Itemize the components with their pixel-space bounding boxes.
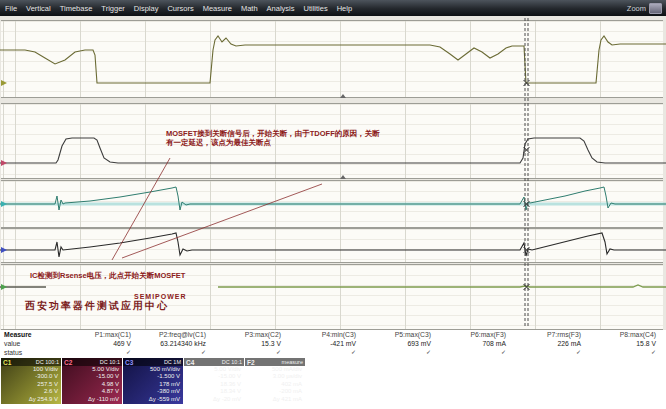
measure-label: Measure — [4, 330, 66, 339]
param-value: 469 V — [66, 339, 131, 348]
param-status-check: ✓ — [591, 348, 656, 357]
measure-param-7[interactable]: P7:rms(F3)226 mA✓ — [516, 330, 591, 358]
channel-descriptor-panels: C1DC 100:1100 V/div-300.0 V257.5 V2.6 VΔ… — [1, 358, 305, 404]
channel-readout: 402 mA — [245, 381, 305, 388]
param-status-check: ✓ — [216, 348, 281, 357]
menu-item-timebase[interactable]: Timebase — [60, 4, 93, 13]
grid-section-f2 — [1, 228, 663, 263]
panel-header: C4DC 10:1 — [184, 358, 244, 366]
param-value: -421 mV — [291, 339, 356, 348]
measure-param-8[interactable]: P8:max(C4)15.8 V✓ — [591, 330, 666, 358]
channel-coupling: measure — [282, 359, 303, 365]
channel-id: C1 — [3, 359, 11, 366]
channel-coupling: DC 1M — [164, 359, 181, 365]
channel-id: C4 — [186, 359, 194, 366]
waveform-plot-area[interactable] — [0, 16, 666, 330]
measure-param-6[interactable]: P6:max(F3)708 mA✓ — [441, 330, 516, 358]
menu-item-trigger[interactable]: Trigger — [101, 4, 124, 13]
menu-item-file[interactable]: File — [5, 4, 17, 13]
oscilloscope-screen: FileVerticalTimebaseTriggerDisplayCursor… — [0, 0, 666, 409]
param-status-check: ✓ — [141, 348, 206, 357]
channel-readout: -200 mA — [245, 388, 305, 395]
measure-row-labels: Measure value status — [0, 330, 66, 358]
menu-item-help[interactable]: Help — [337, 4, 352, 13]
menu-items: FileVerticalTimebaseTriggerDisplayCursor… — [0, 4, 627, 13]
param-label: P1:max(C1) — [66, 330, 131, 339]
measure-strip: Measure value status P1:max(C1)469 V✓P2:… — [0, 330, 666, 358]
channel-readout: 2.6 V — [1, 388, 61, 395]
channel-readout: 178 mV — [123, 381, 183, 388]
menu-item-cursors[interactable]: Cursors — [167, 4, 193, 13]
menu-item-analysis[interactable]: Analysis — [267, 4, 295, 13]
channel-readout: 18.36 V — [184, 381, 244, 388]
measure-param-3[interactable]: P3:max(C2)15.3 V✓ — [216, 330, 291, 358]
measure-columns: P1:max(C1)469 V✓P2:freq@lv(C1)63.214340 … — [66, 330, 666, 358]
panel-header: F2measure — [245, 358, 305, 366]
menu-item-display[interactable]: Display — [134, 4, 159, 13]
param-status-check: ✓ — [441, 348, 506, 357]
channel-readout: 5.00 V/div — [62, 366, 122, 373]
channel-readout: Δy -110 mV — [62, 396, 122, 403]
param-label: P2:freq@lv(C1) — [141, 330, 206, 339]
menu-item-vertical[interactable]: Vertical — [26, 4, 51, 13]
status-label: status — [4, 348, 66, 357]
measure-param-1[interactable]: P1:max(C1)469 V✓ — [66, 330, 141, 358]
param-status-check: ✓ — [366, 348, 431, 357]
channel-readout: -15.00 V — [184, 373, 244, 380]
channel-panel-c1[interactable]: C1DC 100:1100 V/div-300.0 V257.5 V2.6 VΔ… — [1, 358, 61, 404]
menu-item-measure[interactable]: Measure — [203, 4, 232, 13]
channel-readout: Δy -559 mV — [123, 396, 183, 403]
channel-readout: -300.0 V — [1, 373, 61, 380]
channel-id: F2 — [247, 359, 255, 366]
channel-readout: 4.98 V — [62, 381, 122, 388]
channel-readout: 500 mV/div — [123, 366, 183, 373]
param-value: 15.3 V — [216, 339, 281, 348]
channel-coupling: DC 100:1 — [36, 359, 59, 365]
channel-id: C2 — [64, 359, 72, 366]
channel-readout: 5.00 V/div — [184, 366, 244, 373]
channel-readout: -380 mV — [123, 388, 183, 395]
param-label: P4:min(C3) — [291, 330, 356, 339]
param-label: P6:max(F3) — [441, 330, 506, 339]
channel-panel-f2[interactable]: F2measure500 mA/div3.00 µs/div402 mA-200… — [245, 358, 305, 404]
channel-panel-c3[interactable]: C3DC 1M500 mV/div-1.500 V178 mV-380 mVΔy… — [123, 358, 183, 404]
annotation-turnoff-delay: MOSFET接到关断信号后，开始关断，由于TDOFF的原因，关断 有一定延迟，该… — [166, 129, 436, 147]
measure-param-5[interactable]: P5:max(C3)693 mV✓ — [366, 330, 441, 358]
param-value: 15.8 V — [591, 339, 656, 348]
menu-item-math[interactable]: Math — [241, 4, 258, 13]
param-value: 708 mA — [441, 339, 506, 348]
zoom-label: Zoom — [627, 4, 646, 13]
measure-param-4[interactable]: P4:min(C3)-421 mV✓ — [291, 330, 366, 358]
panel-header: C2DC 10:1 — [62, 358, 122, 366]
param-label: P5:max(C3) — [366, 330, 431, 339]
value-label: value — [4, 339, 66, 348]
channel-coupling: DC 10:1 — [100, 359, 120, 365]
channel-readout: 500 mA/div — [245, 366, 305, 373]
grid-section-c3 — [1, 180, 663, 228]
brand-text-chinese: 西安功率器件测试应用中心 — [25, 301, 169, 310]
menu-bar: FileVerticalTimebaseTriggerDisplayCursor… — [0, 0, 666, 16]
channel-readout: -1.500 V — [123, 373, 183, 380]
channel-coupling: DC 10:1 — [222, 359, 242, 365]
panel-header: C1DC 100:1 — [1, 358, 61, 366]
channel-panel-c2[interactable]: C2DC 10:15.00 V/div-15.00 V4.98 V4.87 VΔ… — [62, 358, 122, 404]
measure-param-2[interactable]: P2:freq@lv(C1)63.214340 kHz✓ — [141, 330, 216, 358]
zoom-control[interactable]: Zoom — [627, 3, 666, 14]
annotation-rsense: IC检测到Rsense电压，此点开始关断MOSFET — [30, 271, 185, 280]
param-label: P8:max(C4) — [591, 330, 656, 339]
param-value: 693 mV — [366, 339, 431, 348]
param-label: P3:max(C2) — [216, 330, 281, 339]
menu-item-utilities[interactable]: Utilities — [304, 4, 328, 13]
param-status-check: ✓ — [66, 348, 131, 357]
channel-readout: 3.00 µs/div — [245, 373, 305, 380]
channel-readout: Δy 421 mA — [245, 396, 305, 403]
channel-readout: 100 V/div — [1, 366, 61, 373]
panel-header: C3DC 1M — [123, 358, 183, 366]
param-value: 226 mA — [516, 339, 581, 348]
grid-section-c1 — [1, 20, 663, 98]
channel-readout: 18.34 V — [184, 388, 244, 395]
channel-readout: 4.87 V — [62, 388, 122, 395]
channel-panel-c4[interactable]: C4DC 10:15.00 V/div-15.00 V18.36 V18.34 … — [184, 358, 244, 404]
channel-readout: -15.00 V — [62, 373, 122, 380]
zoom-window-icon[interactable] — [649, 3, 662, 14]
